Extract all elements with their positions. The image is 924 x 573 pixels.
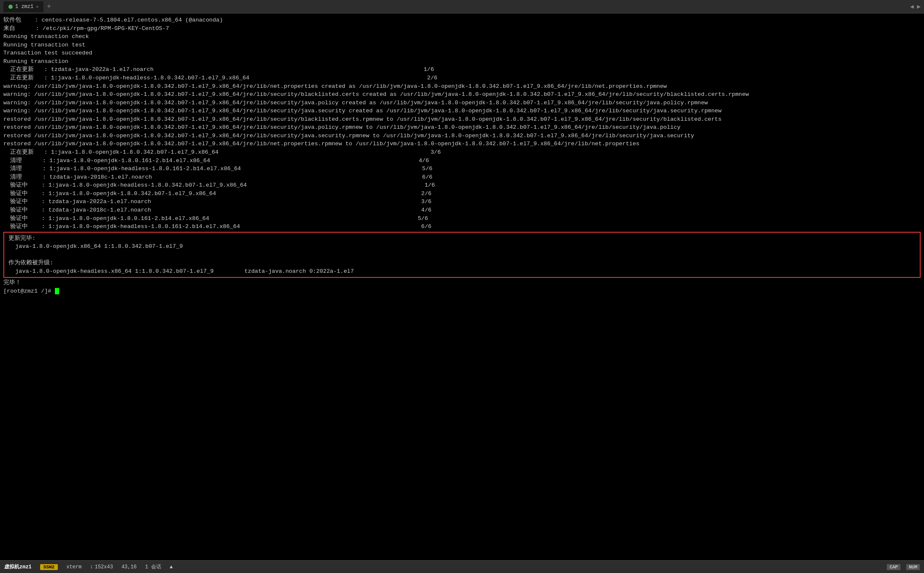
statusbar-session-count: 1 会话 [145,563,161,570]
terminal-cursor [55,288,59,294]
highlight-box: 更新完毕: java-1.8.0-openjdk.x86_64 1:1.8.0.… [3,232,921,278]
statusbar-hostname: 虚拟机zmz1 [4,563,32,570]
statusbar-terminal-type: xterm [66,564,81,570]
terminal-final-lines: 完毕！ [root@zmz1 /]# [3,279,921,295]
statusbar-size: 152x43 [95,564,113,570]
num-badge: NUM [906,564,920,570]
new-tab-button[interactable]: + [43,3,54,11]
statusbar-size-info: ↕ 152x43 [90,564,113,570]
tab-group: 1 zmz1 ✕ + [3,0,54,13]
tab-zmz1[interactable]: 1 zmz1 ✕ [3,1,43,12]
statusbar-right: CAP NUM [887,564,920,570]
updated-section: 更新完毕: java-1.8.0-openjdk.x86_64 1:1.8.0.… [8,234,916,276]
statusbar-cursor-pos: 43,16 [122,564,137,570]
titlebar-nav: ◀ ▶ [910,3,921,10]
titlebar: 1 zmz1 ✕ + ◀ ▶ [0,0,924,14]
terminal-output: 软件包 : centos-release-7-5.1804.el7.centos… [3,16,921,231]
tab-close-button[interactable]: ✕ [36,4,38,9]
terminal-line-1: 软件包 : centos-release-7-5.1804.el7.centos… [3,17,749,230]
nav-left-icon[interactable]: ◀ [910,3,913,10]
statusbar: 虚拟机zmz1 SSH2 xterm ↕ 152x43 43,16 1 会话 ▲… [0,560,924,573]
terminal-area[interactable]: 软件包 : centos-release-7-5.1804.el7.centos… [0,14,924,560]
tab-status-dot [8,5,13,9]
statusbar-ssh-badge: SSH2 [40,564,58,570]
size-icon: ↕ [90,564,93,570]
cap-badge: CAP [887,564,900,570]
nav-right-icon[interactable]: ▶ [917,3,921,10]
tab-label: 1 zmz1 [15,4,33,10]
statusbar-nav-up-icon: ▲ [170,564,173,570]
